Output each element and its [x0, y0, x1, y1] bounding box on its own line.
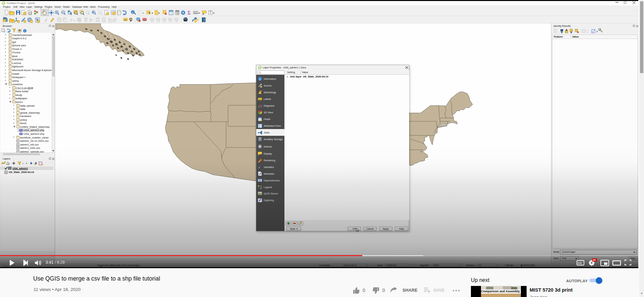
svg-text:T: T: [210, 11, 212, 14]
svg-text:abc: abc: [124, 19, 127, 21]
svg-text:HD: HD: [593, 259, 596, 261]
svg-text:i: i: [24, 29, 25, 33]
svg-text:abc: abc: [143, 19, 147, 21]
svg-text:Σ: Σ: [187, 10, 191, 15]
svg-text:ε: ε: [259, 165, 260, 169]
svg-text:?: ?: [204, 18, 205, 21]
svg-text:CC: CC: [578, 261, 582, 265]
svg-text:ε: ε: [22, 162, 24, 165]
svg-text:abc: abc: [259, 98, 262, 100]
